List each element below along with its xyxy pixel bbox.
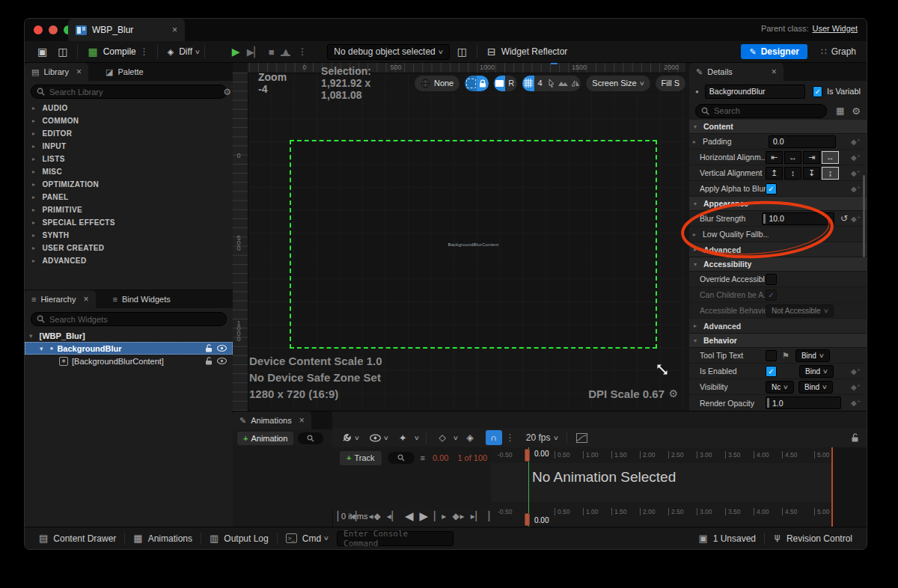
- fps-dropdown[interactable]: 20 fps∨: [526, 432, 558, 443]
- category-common[interactable]: ▸COMMON: [25, 114, 233, 127]
- go-to-front-button[interactable]: ▏: [337, 511, 345, 521]
- settings-gear-icon[interactable]: ⚙: [852, 105, 861, 117]
- timeline[interactable]: -0.50 0.50 1.00 1.50 2.00 2.50 3.00 3.50…: [491, 447, 867, 527]
- content-drawer-button[interactable]: ▤ Content Drawer: [31, 527, 124, 549]
- widget-reflector-button[interactable]: Widget Reflector: [501, 46, 568, 57]
- screen-size-dropdown[interactable]: Screen Size ∨: [586, 76, 650, 91]
- render-opacity-input[interactable]: 1.0: [766, 396, 841, 409]
- valign-bottom-button[interactable]: ↧: [803, 167, 820, 180]
- snap-magnet-toggle[interactable]: ∩: [486, 430, 502, 445]
- halign-right-button[interactable]: ⇥: [803, 151, 820, 164]
- is-enabled-bind-dropdown[interactable]: Bind∨: [799, 365, 834, 378]
- stop-button[interactable]: ■: [269, 46, 275, 58]
- debug-object-dropdown[interactable]: No debug object selected ∨: [327, 44, 449, 60]
- tooltip-checkbox[interactable]: [766, 350, 777, 361]
- hierarchy-search-input[interactable]: Search Widgets: [31, 312, 227, 326]
- previous-key-button[interactable]: ◂◆: [369, 511, 382, 521]
- track-search-input[interactable]: [388, 452, 415, 464]
- close-icon[interactable]: ×: [69, 67, 82, 77]
- tree-row-root[interactable]: ▾[WBP_Blur]: [25, 329, 233, 342]
- preview-background-icon[interactable]: [558, 76, 569, 91]
- section-content[interactable]: ▾Content: [689, 120, 867, 134]
- browse-asset-icon[interactable]: ◫: [58, 46, 67, 58]
- dashed-outline-toggle[interactable]: [465, 76, 477, 91]
- curve-editor-icon[interactable]: [576, 433, 587, 443]
- unlocked-icon[interactable]: [205, 344, 213, 352]
- step-forward-button[interactable]: ▸▏: [471, 511, 483, 521]
- category-primitive[interactable]: ▸PRIMITIVE: [25, 203, 233, 216]
- section-appearance[interactable]: ▾Appearance: [689, 197, 867, 211]
- graph-mode-button[interactable]: ∷ Graph: [821, 46, 856, 57]
- browse-debug-icon[interactable]: ◫: [457, 46, 467, 58]
- close-icon[interactable]: ×: [292, 415, 305, 426]
- play-reverse-button[interactable]: ◀: [405, 509, 415, 523]
- category-optimization[interactable]: ▸OPTIMIZATION: [25, 178, 233, 191]
- tooltip-bind-dropdown[interactable]: Bind∨: [795, 349, 830, 362]
- fill-screen-dropdown[interactable]: Fill S: [656, 76, 685, 91]
- keyframe-diamond-icon[interactable]: ◇: [439, 432, 445, 443]
- macos-close-button[interactable]: [34, 25, 43, 34]
- category-input[interactable]: ▸INPUT: [25, 140, 233, 153]
- category-lists[interactable]: ▸LISTS: [25, 153, 233, 165]
- valign-center-button[interactable]: ↕: [784, 167, 801, 180]
- category-user-created[interactable]: ▸USER CREATED: [25, 242, 233, 254]
- wrench-icon[interactable]: [341, 433, 352, 443]
- library-search-input[interactable]: Search Library ⚙: [31, 85, 227, 99]
- add-track-button[interactable]: + Track: [340, 451, 382, 465]
- section-behavior[interactable]: ▾Behavior: [689, 334, 867, 348]
- frame-forward-button[interactable]: ▏▸: [434, 511, 447, 521]
- playhead-marker-bottom[interactable]: [525, 513, 530, 526]
- bind-diamond-icon[interactable]: ◆⁺: [851, 138, 861, 146]
- bind-diamond-icon[interactable]: ◆⁺: [851, 215, 861, 223]
- close-icon[interactable]: ×: [733, 67, 777, 77]
- visibility-eye-icon[interactable]: [217, 344, 227, 352]
- valign-fill-button[interactable]: ↨: [822, 167, 839, 180]
- tab-palette[interactable]: ◪ Palette: [99, 63, 150, 81]
- category-editor[interactable]: ▸EDITOR: [25, 127, 233, 140]
- tab-animations[interactable]: ✎ Animations ×: [233, 411, 311, 429]
- category-audio[interactable]: ▸AUDIO: [25, 102, 233, 114]
- eject-button[interactable]: ▲: [281, 48, 290, 56]
- localization-flag-icon[interactable]: ⚑: [782, 351, 789, 361]
- frame-skip-button[interactable]: ▶▏: [247, 46, 262, 58]
- padding-input[interactable]: 0.0: [769, 135, 836, 148]
- filter-icon[interactable]: ≡: [421, 453, 425, 462]
- unlocked-icon[interactable]: [205, 357, 213, 365]
- compile-options-icon[interactable]: ⋮: [140, 46, 149, 57]
- revision-control-button[interactable]: ⋔ Revision Control: [765, 533, 861, 544]
- cursor-tool-icon[interactable]: [546, 76, 558, 91]
- lock-widget-toggle[interactable]: [477, 76, 489, 91]
- snap-options-icon[interactable]: ⋮: [506, 432, 515, 443]
- tree-row-backgroundblur[interactable]: ▾ ● BackgroundBlur: [25, 342, 233, 355]
- is-variable-checkbox[interactable]: ✓: [813, 86, 822, 97]
- respect-locks-toggle[interactable]: R: [505, 76, 517, 91]
- unlocked-icon[interactable]: [851, 433, 859, 442]
- play-forward-button[interactable]: ▶: [420, 509, 430, 523]
- category-special-effects[interactable]: ▸SPECIAL EFFECTS: [25, 216, 233, 229]
- details-scrollbar[interactable]: [863, 175, 865, 257]
- tab-details[interactable]: ✎ Details ×: [689, 63, 784, 81]
- bind-diamond-icon[interactable]: ◆⁺: [851, 399, 861, 407]
- tab-hierarchy[interactable]: ≡ Hierarchy ×: [25, 290, 96, 308]
- unsaved-status-button[interactable]: ▣ 1 Unsaved: [690, 533, 764, 544]
- can-children-checkbox[interactable]: ✓: [766, 290, 777, 301]
- bind-diamond-icon[interactable]: ◆⁺: [851, 153, 861, 162]
- category-advanced[interactable]: ▸ADVANCED: [25, 254, 233, 267]
- details-search-input[interactable]: Search: [695, 104, 827, 118]
- tree-row-backgroundblurcontent[interactable]: ∗ [BackgroundBlurContent]: [25, 355, 233, 367]
- visibility-bind-dropdown[interactable]: Bind∨: [798, 381, 833, 393]
- override-accessible-checkbox[interactable]: [766, 274, 777, 285]
- halign-center-button[interactable]: ↔: [784, 151, 801, 164]
- play-button[interactable]: ▶: [232, 46, 240, 58]
- designer-viewport[interactable]: 0 500 1000 1500 2000 0 500 1000 Zoom -4 …: [233, 63, 685, 411]
- outline-mode-toggle[interactable]: [494, 76, 506, 91]
- category-misc[interactable]: ▸MISC: [25, 165, 233, 178]
- animations-drawer-button[interactable]: ▦ Animations: [125, 527, 201, 549]
- section-accessibility[interactable]: ▾Accessibility: [689, 257, 867, 272]
- apply-alpha-checkbox[interactable]: ✓: [766, 183, 777, 195]
- tab-library[interactable]: ▤ Library ×: [25, 63, 88, 81]
- frame-back-button[interactable]: ◂▏: [387, 511, 400, 521]
- animation-search-toggle[interactable]: [298, 432, 323, 444]
- cmd-dropdown[interactable]: >_ Cmd ∨: [278, 527, 337, 549]
- designer-mode-button[interactable]: ✎ Designer: [741, 44, 807, 59]
